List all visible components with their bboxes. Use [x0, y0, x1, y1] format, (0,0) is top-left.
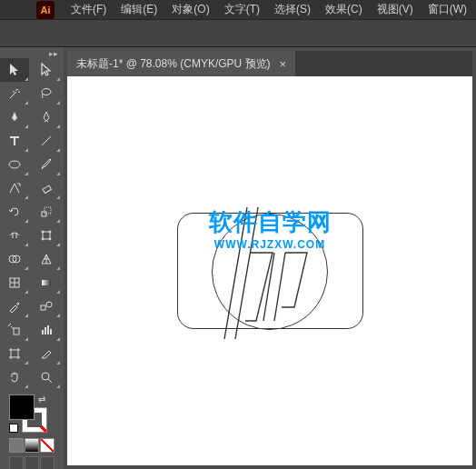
- lasso-tool[interactable]: [32, 82, 61, 105]
- eraser-tool[interactable]: [32, 176, 61, 200]
- paintbrush-tool[interactable]: [32, 153, 61, 176]
- color-mode-none[interactable]: [40, 438, 55, 453]
- color-controls: ⇄ •••: [0, 391, 64, 469]
- svg-point-8: [42, 238, 44, 240]
- ellipse-tool[interactable]: [0, 153, 29, 176]
- svg-point-6: [42, 231, 44, 233]
- panel-collapse[interactable]: ▸▸: [0, 49, 64, 58]
- selection-tool[interactable]: [0, 58, 29, 82]
- svg-rect-19: [47, 325, 49, 334]
- slice-tool[interactable]: [32, 342, 61, 365]
- color-mode-solid[interactable]: [9, 438, 24, 453]
- draw-normal[interactable]: [9, 456, 24, 469]
- svg-point-9: [49, 238, 51, 240]
- svg-rect-20: [50, 329, 52, 334]
- svg-rect-13: [42, 280, 51, 285]
- screen-mode-row: [9, 456, 60, 469]
- menu-bar: Ai 文件(F) 编辑(E) 对象(O) 文字(T) 选择(S) 效果(C) 视…: [0, 0, 476, 20]
- free-transform-tool[interactable]: [32, 224, 61, 247]
- draw-inside[interactable]: [40, 456, 55, 469]
- eyedropper-tool[interactable]: [0, 294, 29, 318]
- svg-rect-18: [45, 327, 46, 334]
- width-tool[interactable]: [0, 224, 29, 247]
- app-logo: Ai: [36, 1, 55, 19]
- fill-stroke-swatches[interactable]: ⇄: [9, 394, 47, 433]
- svg-point-0: [42, 89, 51, 95]
- rotate-tool[interactable]: [0, 200, 29, 224]
- artboard-tool[interactable]: [0, 342, 29, 365]
- color-mode-row: [9, 438, 60, 453]
- svg-rect-4: [45, 207, 51, 214]
- document-tab-bar: 未标题-1* @ 78.08% (CMYK/GPU 预览) ×: [67, 51, 472, 76]
- blend-tool[interactable]: [32, 294, 61, 318]
- menu-view[interactable]: 视图(V): [370, 0, 421, 19]
- svg-rect-17: [42, 330, 44, 334]
- artwork: 软件自学网 WWW.RJZXW.COM: [177, 213, 363, 329]
- workspace: ▸▸: [0, 47, 476, 469]
- curvature-tool[interactable]: [32, 105, 61, 129]
- artwork-rect: 软件自学网 WWW.RJZXW.COM: [177, 213, 363, 329]
- svg-rect-2: [43, 185, 51, 193]
- mesh-tool[interactable]: [0, 271, 29, 294]
- close-icon[interactable]: ×: [280, 57, 287, 71]
- tool-grid: [0, 58, 64, 389]
- line-tool[interactable]: [32, 129, 61, 153]
- watermark: 软件自学网 WWW.RJZXW.COM: [209, 206, 332, 251]
- magic-wand-tool[interactable]: [0, 82, 29, 105]
- svg-rect-16: [14, 328, 19, 334]
- svg-rect-14: [41, 305, 45, 310]
- tool-panel: ▸▸: [0, 47, 64, 469]
- pen-tool[interactable]: [0, 105, 29, 129]
- menu-effect[interactable]: 效果(C): [318, 0, 370, 19]
- perspective-tool[interactable]: [32, 247, 61, 271]
- shape-builder-tool[interactable]: [0, 247, 29, 271]
- menu-file[interactable]: 文件(F): [64, 0, 114, 19]
- control-bar: [0, 20, 476, 47]
- document-tab[interactable]: 未标题-1* @ 78.08% (CMYK/GPU 预览) ×: [67, 51, 295, 76]
- menu-window[interactable]: 窗口(W): [421, 0, 474, 19]
- symbol-sprayer-tool[interactable]: [0, 318, 29, 342]
- canvas[interactable]: 软件自学网 WWW.RJZXW.COM: [67, 76, 472, 465]
- column-graph-tool[interactable]: [32, 318, 61, 342]
- watermark-url: WWW.RJZXW.COM: [209, 238, 332, 251]
- menu-select[interactable]: 选择(S): [267, 0, 318, 19]
- fill-swatch[interactable]: [9, 394, 35, 420]
- scale-tool[interactable]: [32, 200, 61, 224]
- swap-fill-stroke-icon[interactable]: ⇄: [38, 394, 45, 404]
- svg-point-22: [42, 373, 49, 380]
- watermark-title: 软件自学网: [209, 206, 332, 238]
- canvas-area: 未标题-1* @ 78.08% (CMYK/GPU 预览) ×: [67, 51, 472, 465]
- menu-edit[interactable]: 编辑(E): [114, 0, 164, 19]
- svg-point-1: [9, 161, 20, 168]
- svg-point-15: [46, 302, 52, 307]
- default-fill-stroke-icon[interactable]: [9, 424, 18, 433]
- document-tab-title: 未标题-1* @ 78.08% (CMYK/GPU 预览): [76, 56, 271, 72]
- hand-tool[interactable]: [0, 365, 29, 389]
- svg-rect-21: [11, 350, 18, 357]
- color-mode-gradient[interactable]: [25, 438, 39, 453]
- svg-rect-5: [43, 232, 50, 239]
- svg-point-7: [49, 231, 51, 233]
- menu-type[interactable]: 文字(T): [217, 0, 267, 19]
- gradient-tool[interactable]: [32, 271, 61, 294]
- zoom-tool[interactable]: [32, 365, 61, 389]
- shaper-tool[interactable]: [0, 176, 29, 200]
- type-tool[interactable]: [0, 129, 29, 153]
- direct-selection-tool[interactable]: [32, 58, 61, 82]
- draw-behind[interactable]: [25, 456, 39, 469]
- menu-object[interactable]: 对象(O): [164, 0, 216, 19]
